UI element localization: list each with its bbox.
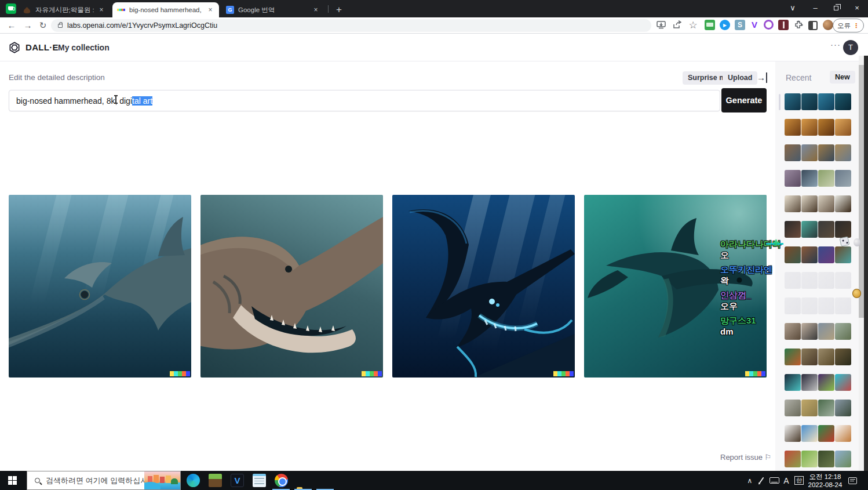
recent-thumbnail[interactable]	[835, 374, 851, 391]
extension-green-card-icon[interactable]	[705, 20, 715, 30]
generated-image-3[interactable]	[392, 195, 575, 378]
bing-daily-image[interactable]	[144, 471, 180, 489]
recent-thumbnail[interactable]	[801, 93, 818, 110]
recent-thumbnail[interactable]	[835, 221, 851, 238]
tab-cafe-board[interactable]: 자유게시판;왁물원 :: 종합 게 ×	[19, 2, 110, 17]
recent-thumbnail[interactable]	[785, 425, 801, 442]
recent-thumbnail[interactable]	[785, 170, 801, 187]
share-icon[interactable]	[672, 20, 684, 31]
recent-thumbnail[interactable]	[785, 400, 801, 416]
recent-thumbnail[interactable]	[818, 272, 834, 289]
windows-ink-pen-icon[interactable]	[756, 471, 767, 490]
nav-my-collection[interactable]: My collection	[58, 43, 110, 52]
recent-thumbnail[interactable]	[785, 246, 801, 263]
profile-pill[interactable]: 오류 ⋮	[833, 19, 864, 32]
dalle-brand[interactable]: DALL·E	[25, 42, 59, 52]
recent-thumbnail[interactable]	[835, 195, 851, 212]
start-button-icon[interactable]	[8, 476, 17, 485]
recent-thumbnail[interactable]	[785, 374, 801, 391]
recent-thumbnail[interactable]	[801, 297, 818, 314]
recent-thumbnail[interactable]	[818, 144, 834, 161]
recent-thumbnail[interactable]	[835, 425, 851, 442]
recent-thumbnail[interactable]	[835, 400, 851, 416]
touch-keyboard-icon[interactable]	[767, 471, 781, 490]
recent-thumbnail[interactable]	[801, 425, 818, 442]
recent-thumbnail[interactable]	[835, 144, 851, 161]
recent-thumbnail[interactable]	[785, 195, 801, 212]
recent-thumbnail[interactable]	[801, 349, 818, 365]
recent-thumbnail[interactable]	[785, 272, 801, 289]
recent-thumbnail[interactable]	[835, 170, 851, 187]
minecraft-icon[interactable]	[209, 474, 222, 487]
edge-icon[interactable]	[187, 474, 200, 487]
recent-thumbnail[interactable]	[785, 119, 801, 136]
extensions-puzzle-icon[interactable]	[793, 20, 805, 31]
minimize-button[interactable]: –	[805, 0, 825, 17]
recent-thumbnail[interactable]	[818, 400, 834, 416]
recent-thumbnail[interactable]	[801, 170, 818, 187]
user-avatar[interactable]: T	[843, 40, 858, 55]
extension-s-icon[interactable]: S	[735, 20, 745, 30]
recent-thumbnail[interactable]	[818, 425, 834, 442]
recent-thumbnail[interactable]	[818, 170, 834, 187]
taskbar-clock[interactable]: 오전 12:18 2022-08-24	[807, 471, 844, 490]
extension-dark-square-icon[interactable]	[808, 21, 818, 30]
recent-thumbnail[interactable]	[785, 451, 801, 467]
tab-close-icon[interactable]: ×	[312, 6, 320, 14]
recent-thumbnail[interactable]	[785, 297, 801, 314]
close-window-button[interactable]: ×	[847, 0, 867, 17]
recent-thumbnail[interactable]	[801, 119, 818, 136]
bookmark-star-icon[interactable]: ☆	[687, 20, 699, 31]
tab-dalle-active[interactable]: big-nosed hammerhead, 8k, dig ×	[112, 2, 219, 17]
recent-thumbnail[interactable]	[801, 400, 818, 416]
recent-thumbnail[interactable]	[785, 144, 801, 161]
recent-thumbnail[interactable]	[835, 451, 851, 467]
extension-v-icon[interactable]: V	[749, 20, 760, 30]
recent-thumbnail[interactable]	[785, 349, 801, 365]
recent-thumbnail[interactable]	[801, 221, 818, 238]
tray-chevron-icon[interactable]: ∧	[744, 471, 756, 490]
new-generation-button[interactable]: New	[830, 71, 855, 84]
ime-korean-indicator[interactable]: 한	[793, 471, 805, 490]
recent-thumbnail[interactable]	[818, 297, 834, 314]
generated-image-1[interactable]	[9, 195, 191, 378]
recent-thumbnail[interactable]	[818, 349, 834, 365]
recent-thumbnail[interactable]	[818, 195, 834, 212]
recent-thumbnail[interactable]	[835, 93, 851, 110]
tab-search-chevron-icon[interactable]: ∨	[783, 0, 803, 17]
recent-thumbnail[interactable]	[835, 297, 851, 314]
recent-thumbnail[interactable]	[801, 144, 818, 161]
recent-thumbnail[interactable]	[818, 119, 834, 136]
recent-thumbnail[interactable]	[818, 374, 834, 391]
recent-thumbnail[interactable]	[835, 323, 851, 340]
restore-button[interactable]	[826, 0, 846, 17]
extension-o-icon[interactable]	[764, 20, 774, 30]
chrome-icon[interactable]	[275, 474, 288, 487]
recent-thumbnail[interactable]	[818, 221, 834, 238]
forward-button[interactable]: →	[21, 19, 35, 32]
back-button[interactable]: ←	[5, 19, 19, 32]
recent-thumbnail[interactable]	[835, 349, 851, 365]
header-ellipsis-menu[interactable]: ···	[830, 39, 841, 49]
recent-thumbnail[interactable]	[801, 323, 818, 340]
tab-close-icon[interactable]: ×	[206, 6, 214, 14]
recent-thumbnail[interactable]	[801, 451, 818, 467]
recent-thumbnail[interactable]	[785, 93, 801, 110]
ime-english-indicator[interactable]: A	[781, 471, 792, 490]
recent-thumbnail[interactable]	[818, 246, 834, 263]
extension-i-icon[interactable]	[778, 20, 789, 30]
recent-thumbnail[interactable]	[785, 323, 801, 340]
v-app-icon[interactable]: V	[231, 474, 244, 487]
generate-button[interactable]: Generate	[721, 88, 767, 112]
recent-thumbnail[interactable]	[785, 221, 801, 238]
reload-button[interactable]: ↻	[36, 19, 50, 32]
new-tab-button[interactable]: +	[331, 2, 347, 17]
address-bar[interactable]: labs.openai.com/e/1YvycrvPsymxLagriOcgCt…	[51, 19, 651, 32]
extension-blue-circle-icon[interactable]: ▸	[720, 20, 730, 30]
recent-thumbnail[interactable]	[818, 323, 834, 340]
recent-thumbnail[interactable]	[801, 374, 818, 391]
generated-image-2[interactable]	[200, 195, 383, 378]
recent-thumbnail[interactable]	[835, 246, 851, 263]
tab-close-icon[interactable]: ×	[97, 6, 105, 14]
recent-thumbnail[interactable]	[818, 93, 834, 110]
